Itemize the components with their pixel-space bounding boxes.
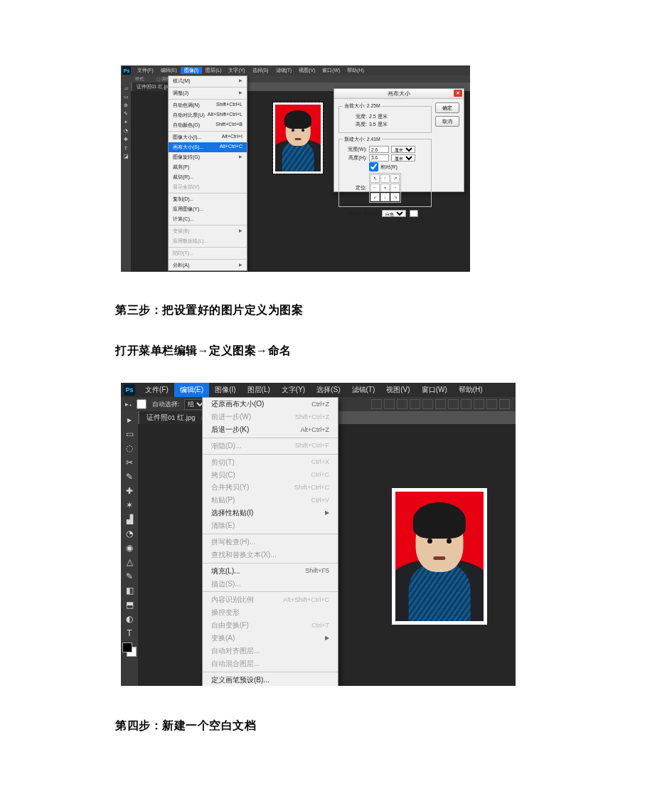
menu-file[interactable]: 文件(F) [134, 67, 157, 74]
menu-type[interactable]: 文字(Y) [225, 67, 248, 74]
menu-window[interactable]: 窗口(W) [319, 67, 343, 74]
menu-item[interactable]: 模式(M) [169, 76, 247, 86]
menu-item[interactable]: 图像大小(I)...Alt+Ctrl+I [169, 132, 247, 142]
menu-item[interactable]: 后退一步(K)Alt+Ctrl+Z [203, 423, 338, 436]
tool-crop[interactable]: ✂ [122, 455, 137, 470]
align-icon[interactable] [422, 399, 433, 409]
tool-gradient[interactable]: △ [122, 555, 137, 569]
align-icon[interactable] [486, 399, 497, 409]
edit-menu-dropdown[interactable]: 还原画布大小(O)Ctrl+Z前进一步(W)Shift+Ctrl+Z后退一步(K… [202, 397, 338, 686]
align-icon[interactable] [384, 399, 395, 409]
figure-image-menu-canvas-size: Ps 文件(F) 编辑(E) 图像(I) 图层(L) 文字(Y) 选择(S) 滤… [121, 65, 470, 272]
menu-item[interactable]: 复制(D)... [169, 194, 247, 204]
tool-generic[interactable]: ▭ [122, 93, 129, 100]
tool-pen[interactable]: ⬒ [122, 598, 137, 612]
align-icon[interactable] [410, 399, 420, 409]
tool-lasso[interactable]: ◌ [122, 441, 137, 455]
align-icon[interactable] [448, 399, 459, 409]
step-4-heading: 第四步：新建一个空白文档 [115, 719, 558, 734]
tool-eyedrop[interactable]: ✎ [122, 470, 137, 484]
menu-help[interactable]: 帮助(H) [453, 383, 489, 397]
menu-item[interactable]: 自动颜色(O)Shift+Ctrl+B [169, 120, 247, 130]
menu-item[interactable]: 自动色调(N)Shift+Ctrl+L [169, 100, 247, 110]
menu-layer[interactable]: 图层(L) [202, 67, 225, 74]
menu-item: 内容识别比例Alt+Shift+Ctrl+C [203, 593, 338, 606]
tool-blur[interactable]: ✎ [122, 569, 137, 583]
close-icon[interactable]: ✕ [454, 90, 462, 97]
new-height-input[interactable] [369, 154, 389, 162]
tool-dodge[interactable]: ◧ [122, 583, 137, 598]
tool-generic[interactable]: ◔ [122, 127, 129, 134]
menu-item: 剪切(T)Ctrl+X [203, 456, 338, 469]
align-icon[interactable] [397, 399, 407, 409]
extension-color-swatch[interactable] [410, 210, 418, 217]
cancel-button[interactable]: 取消 [435, 116, 459, 127]
tool-generic[interactable]: T [122, 144, 129, 152]
menu-item[interactable]: 定义画笔预设(B)... [203, 674, 338, 687]
menu-filter[interactable]: 滤镜(T) [272, 67, 296, 74]
tool-move[interactable]: ▸ [122, 413, 137, 427]
align-icon[interactable] [371, 399, 382, 409]
align-icon[interactable] [499, 399, 510, 409]
tool-generic[interactable]: ⊕ [122, 102, 129, 109]
color-swatch[interactable] [122, 642, 137, 657]
tool-type[interactable]: T [122, 626, 137, 640]
tool-stamp[interactable]: ▟ [122, 512, 137, 527]
tool-generic[interactable]: ◪ [122, 153, 129, 160]
tool-brush[interactable]: ✶ [122, 498, 137, 512]
opt-style-label: 样式: [135, 76, 145, 83]
menu-window[interactable]: 窗口(W) [416, 383, 453, 397]
tool-generic[interactable]: ✚ [122, 136, 129, 143]
menu-item: 显示全部(V) [169, 182, 247, 192]
menu-select[interactable]: 选择(S) [311, 383, 346, 397]
menu-select[interactable]: 选择(S) [249, 67, 272, 74]
menu-item[interactable]: 分析(A) [169, 260, 247, 270]
menu-item[interactable]: 选择性粘贴(I) [203, 507, 338, 519]
align-icon[interactable] [474, 399, 484, 409]
tool-history[interactable]: ◔ [122, 527, 137, 541]
anchor-grid[interactable]: ↖↑↗ ←•→ ↙↓↘ [369, 173, 401, 203]
canvas-size-dialog: 画布大小 ✕ 当前大小: 2.25M 宽度:2.5 厘米 高度:3.5 厘米 新… [334, 88, 464, 192]
tool-eraser[interactable]: ◉ [122, 541, 137, 555]
menu-item[interactable]: 填充(L)...Shift+F5 [203, 565, 338, 578]
auto-select-checkbox[interactable] [137, 399, 146, 409]
menu-view[interactable]: 视图(V) [295, 67, 319, 74]
move-tool-icon[interactable]: ▸₊ [125, 401, 132, 408]
document-tab[interactable]: 证件照01 红.jpg × [139, 411, 212, 424]
height-unit-select[interactable]: 厘米 [391, 154, 415, 162]
menu-item[interactable]: 还原画布大小(O)Ctrl+Z [203, 398, 338, 411]
auto-select-label: 自动选择: [152, 400, 180, 409]
menu-item[interactable]: 裁剪(P) [169, 162, 247, 172]
new-width-input[interactable] [369, 146, 389, 153]
tool-path[interactable]: ◐ [122, 612, 137, 626]
menu-file[interactable]: 文件(F) [139, 383, 174, 397]
tool-generic[interactable]: ✎ [122, 110, 129, 117]
menu-edit[interactable]: 编辑(E) [157, 67, 181, 74]
tool-heal[interactable]: ✚ [122, 484, 137, 498]
menu-type[interactable]: 文字(Y) [276, 383, 311, 397]
menu-item[interactable]: 计算(C)... [169, 214, 247, 224]
align-icon[interactable] [461, 399, 471, 409]
image-menu-dropdown[interactable]: 模式(M)调整(J)自动色调(N)Shift+Ctrl+L自动对比度(U)Alt… [168, 75, 247, 271]
menu-item[interactable]: 应用图像(Y)... [169, 204, 247, 214]
menu-item[interactable]: 自动对比度(U)Alt+Shift+Ctrl+L [169, 110, 247, 120]
tool-generic[interactable]: ✶ [122, 119, 129, 126]
menu-item[interactable]: 图像旋转(G) [169, 152, 247, 162]
tool-generic[interactable]: ▱ [122, 85, 129, 92]
menu-item[interactable]: 裁切(R)... [169, 172, 247, 182]
extension-color-select[interactable]: 白色 [382, 210, 406, 217]
align-icon[interactable] [435, 399, 446, 409]
tool-marquee[interactable]: ▭ [122, 427, 137, 441]
menu-layer[interactable]: 图层(L) [242, 383, 276, 397]
menu-image[interactable]: 图像(I) [181, 67, 202, 74]
menu-item[interactable]: 画布大小(S)...Alt+Ctrl+C [169, 142, 247, 152]
menu-item[interactable]: 调整(J) [169, 88, 247, 98]
menu-filter[interactable]: 滤镜(T) [346, 383, 381, 397]
relative-checkbox[interactable] [369, 162, 378, 171]
width-unit-select[interactable]: 厘米 [391, 146, 415, 153]
menu-edit[interactable]: 编辑(E) [174, 383, 209, 397]
ok-button[interactable]: 确定 [435, 102, 459, 113]
menu-view[interactable]: 视图(V) [380, 383, 415, 397]
menu-help[interactable]: 帮助(H) [343, 67, 367, 74]
menu-image[interactable]: 图像(I) [209, 383, 241, 397]
